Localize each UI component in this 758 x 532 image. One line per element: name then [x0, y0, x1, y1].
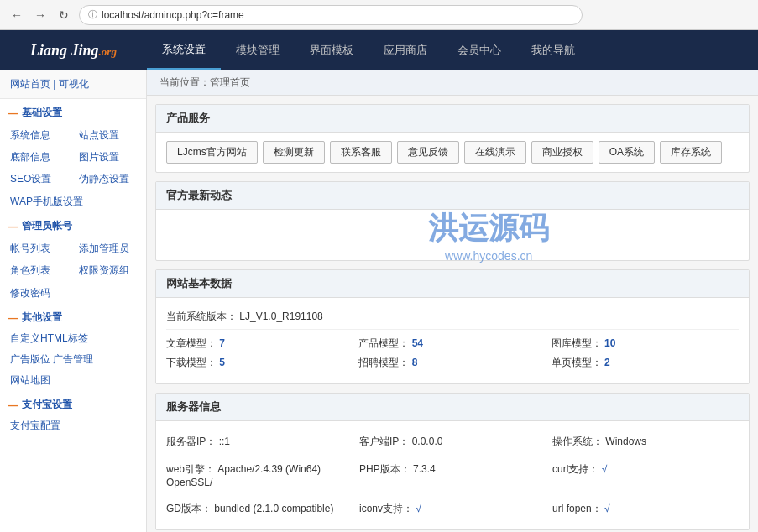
btn-inventory[interactable]: 库存系统: [660, 141, 722, 164]
sidebar: 网站首页 | 可视化 — 基础设置 系统信息 站点设置 底部信息 图片设置 SE…: [0, 70, 147, 532]
nav-item-module-mgmt[interactable]: 模块管理: [221, 30, 295, 70]
stat-download: 下载模型： 5: [166, 356, 353, 370]
version-value: LJ_V1.0_R191108: [239, 310, 322, 322]
sidebar-item-siteconfig[interactable]: 站点设置: [74, 125, 142, 146]
sidebar-item-sysinfo[interactable]: 系统信息: [5, 125, 73, 146]
reload-button[interactable]: ↻: [55, 7, 72, 23]
url-text: localhost/admincp.php?c=frame: [102, 9, 244, 21]
logo: Liang Jing.org: [30, 42, 117, 60]
server-info-section: 服务器信息 服务器IP： ::1 客户端IP： 0.0.0.0 操作系统：: [155, 393, 750, 530]
sidebar-item-alipay-config[interactable]: 支付宝配置: [0, 415, 146, 436]
url-bar[interactable]: ⓘ localhost/admincp.php?c=frame: [79, 5, 583, 25]
stat-gallery-label: 图库模型：: [552, 337, 602, 349]
client-ip: 客户端IP： 0.0.0.0: [359, 435, 546, 449]
os-label: 操作系统：: [552, 436, 603, 447]
section-title-other: 其他设置: [22, 310, 62, 325]
iconv-support: iconv支持： √: [359, 502, 546, 516]
stat-article-label: 文章模型：: [166, 337, 217, 349]
sidebar-item-html-tags[interactable]: 自定义HTML标签: [0, 328, 146, 349]
nav-item-system-settings[interactable]: 系统设置: [147, 30, 221, 70]
server-grid-1: 服务器IP： ::1 客户端IP： 0.0.0.0 操作系统： Windows: [166, 428, 739, 456]
sidebar-item-seo[interactable]: SEO设置: [5, 169, 73, 190]
server-ip-label: 服务器IP：: [166, 436, 216, 447]
stat-gallery: 图库模型： 10: [552, 336, 739, 351]
sidebar-section-admin: — 管理员帐号: [0, 212, 146, 237]
sidebar-item-pseudo-static[interactable]: 伪静态设置: [74, 169, 142, 190]
nav-item-my-nav[interactable]: 我的导航: [516, 30, 590, 70]
sidebar-section-alipay: — 支付宝设置: [0, 391, 146, 415]
server-info-body: 服务器IP： ::1 客户端IP： 0.0.0.0 操作系统： Windows: [156, 421, 749, 529]
sidebar-admin-grid: 帐号列表 添加管理员 角色列表 权限资源组: [0, 237, 146, 283]
stat-recruit-value: 8: [412, 357, 418, 368]
btn-official-site[interactable]: LJcms官方网站: [166, 141, 258, 164]
official-news-section: 官方最新动态 洪运源码 www.hycodes.cn: [155, 181, 750, 261]
breadcrumb: 当前位置：管理首页: [147, 70, 758, 96]
stat-single-label: 单页模型：: [552, 357, 602, 368]
url-fopen-value: √: [604, 503, 610, 514]
sidebar-item-sitemap[interactable]: 网站地图: [0, 370, 146, 391]
client-ip-value: 0.0.0.0: [412, 436, 443, 447]
sidebar-item-perm-group[interactable]: 权限资源组: [74, 260, 142, 281]
dash-icon3: —: [8, 312, 18, 324]
stat-product-label: 产品模型：: [358, 337, 409, 349]
os: 操作系统： Windows: [552, 435, 739, 449]
sidebar-item-roles[interactable]: 角色列表: [5, 260, 73, 281]
browser-chrome: ← → ↻ ⓘ localhost/admincp.php?c=frame: [0, 0, 758, 30]
stats-grid: 文章模型： 7 产品模型： 54 图库模型： 10 下载模型：: [166, 330, 739, 377]
php-version: PHP版本： 7.3.4: [359, 462, 546, 488]
web-engine-label: web引擎：: [166, 463, 215, 475]
forward-button[interactable]: →: [32, 7, 49, 23]
back-button[interactable]: ←: [8, 7, 25, 23]
nav-item-app-store[interactable]: 应用商店: [369, 30, 442, 70]
btn-demo[interactable]: 在线演示: [464, 141, 526, 164]
stat-single-value: 2: [604, 357, 610, 368]
main-layout: 网站首页 | 可视化 — 基础设置 系统信息 站点设置 底部信息 图片设置 SE…: [0, 70, 758, 532]
server-grid-3: GD版本： bundled (2.1.0 compatible) iconv支持…: [166, 495, 739, 523]
server-grid-2: web引擎： Apache/2.4.39 (Win64) OpenSSL/ PH…: [166, 456, 739, 495]
btn-feedback[interactable]: 意见反馈: [397, 141, 459, 164]
dash-icon: —: [8, 107, 18, 119]
app-container: Liang Jing.org 系统设置 模块管理 界面模板 应用商店 会员中心 …: [0, 30, 758, 532]
sidebar-item-ads[interactable]: 广告版位 广告管理: [0, 349, 146, 370]
gd-value: bundled (2.1.0 compatible): [214, 503, 333, 514]
nav-item-member-center[interactable]: 会员中心: [442, 30, 516, 70]
sidebar-item-footer[interactable]: 底部信息: [5, 147, 73, 168]
content-area: 当前位置：管理首页 产品服务 LJcms官方网站 检测更新 联系客服 意见反馈 …: [147, 70, 758, 532]
php-version-value: 7.3.4: [413, 463, 436, 475]
sidebar-item-change-pwd[interactable]: 修改密码: [0, 283, 146, 304]
site-home-link[interactable]: 网站首页 | 可视化: [10, 78, 89, 90]
stat-product-value: 54: [412, 337, 423, 349]
basic-data-body: 当前系统版本： LJ_V1.0_R191108 文章模型： 7 产品模型： 54: [156, 298, 749, 383]
stat-recruit-label: 招聘模型：: [358, 357, 409, 368]
btn-commercial-auth[interactable]: 商业授权: [531, 141, 593, 164]
url-fopen: url fopen： √: [552, 502, 739, 516]
lock-icon: ⓘ: [88, 8, 97, 21]
product-service-title: 产品服务: [156, 105, 749, 133]
btn-contact-support[interactable]: 联系客服: [330, 141, 392, 164]
nav-items: 系统设置 模块管理 界面模板 应用商店 会员中心 我的导航: [147, 30, 758, 70]
logo-suffix: .org: [99, 45, 117, 58]
watermark-main-text: 洪运源码: [428, 208, 549, 249]
sidebar-item-imgconfig[interactable]: 图片设置: [74, 147, 142, 168]
nav-item-ui-template[interactable]: 界面模板: [295, 30, 369, 70]
btn-check-update[interactable]: 检测更新: [263, 141, 325, 164]
stat-product: 产品模型： 54: [358, 336, 546, 351]
stat-download-value: 5: [219, 357, 225, 368]
btn-oa[interactable]: OA系统: [599, 141, 655, 164]
server-ip: 服务器IP： ::1: [166, 435, 353, 449]
section-title-admin: 管理员帐号: [22, 219, 72, 233]
sidebar-item-account-list[interactable]: 帐号列表: [5, 238, 73, 259]
basic-data-title: 网站基本数据: [156, 270, 749, 298]
server-info-title: 服务器信息: [156, 394, 749, 421]
product-service-body: LJcms官方网站 检测更新 联系客服 意见反馈 在线演示 商业授权 OA系统 …: [156, 133, 749, 172]
sidebar-item-add-admin[interactable]: 添加管理员: [74, 238, 142, 259]
sidebar-item-wap[interactable]: WAP手机版设置: [0, 191, 146, 212]
watermark: 洪运源码 www.hycodes.cn: [428, 208, 549, 263]
curl-value: √: [602, 463, 608, 475]
top-nav: Liang Jing.org 系统设置 模块管理 界面模板 应用商店 会员中心 …: [0, 30, 758, 70]
section-title-basic: 基础设置: [22, 106, 62, 120]
stat-download-label: 下载模型：: [166, 357, 217, 368]
basic-data-section: 网站基本数据 当前系统版本： LJ_V1.0_R191108 文章模型： 7 产…: [155, 269, 750, 384]
dash-icon4: —: [8, 399, 18, 411]
watermark-url-text: www.hycodes.cn: [445, 249, 532, 263]
